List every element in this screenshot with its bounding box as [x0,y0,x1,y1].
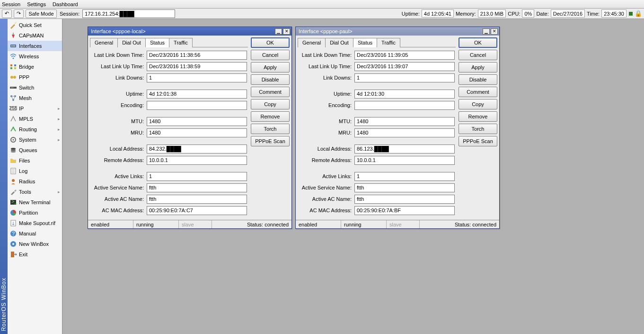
field-row-last-down: Last Link Down Time:Dec/23/2016 11:39:05 [299,50,455,60]
svg-rect-17 [13,87,13,88]
menu-dashboard[interactable]: Dashboard [53,1,78,7]
apply-button[interactable]: Apply [251,62,290,72]
sidebar-item-manual[interactable]: ?Manual [8,228,62,239]
field-value-active-links: 1 [147,172,247,181]
field-row-last-up: Last Link Up Time:Dec/23/2016 11:39:07 [299,62,455,71]
svg-rect-9 [14,64,16,66]
cancel-button[interactable]: Cancel [251,50,290,60]
minimize-button[interactable]: ▁ [483,28,490,35]
sidebar-item-switch[interactable]: Switch [8,82,62,93]
sidebar-item-routing[interactable]: Routing▸ [8,124,62,135]
field-value-last-down: Dec/23/2016 11:39:05 [354,51,455,60]
close-button[interactable]: ✕ [491,28,498,35]
sidebar-item-queues[interactable]: Queues [8,145,62,155]
apply-button[interactable]: Apply [459,62,497,72]
comment-button[interactable]: Comment [459,87,497,97]
log-icon [9,167,17,175]
time-value: 23:45:30 [601,9,626,18]
sidebar-item-exit[interactable]: Exit [8,249,62,260]
sidebar-item-partition[interactable]: Partition [8,208,62,218]
menu-session[interactable]: Session [2,1,20,7]
sidebar-item-label: Make Supout.rif [19,220,55,226]
date-label: Date: [535,11,549,17]
sidebar-item-log[interactable]: Log [8,166,62,176]
copy-button[interactable]: Copy [459,99,497,109]
remove-button[interactable]: Remove [459,111,497,122]
safe-mode-button[interactable]: Safe Mode [26,9,57,18]
sidebar-item-tools[interactable]: Tools▸ [8,187,62,197]
tab-general[interactable]: General [298,38,326,47]
tab-general[interactable]: General [90,38,118,47]
minimize-button[interactable]: ▁ [275,28,282,35]
field-label: Uptime: [299,91,354,97]
torch-button[interactable]: Torch [251,124,290,134]
field-row-encoding: Encoding: [299,100,455,110]
menu-settings[interactable]: Settings [27,1,46,7]
window-titlebar[interactable]: Interface <pppoe-paul>▁✕ [296,27,499,36]
undo-button[interactable]: ↶ [2,9,12,18]
sidebar-item-wireless[interactable]: Wireless [8,51,62,62]
sidebar-item-radius[interactable]: Radius [8,176,62,187]
svg-point-13 [13,76,16,79]
tab-dial-out[interactable]: Dial Out [117,38,146,47]
status-bar: Uptime: 4d 12:05:41 Memory: 213.0 MiB CP… [401,9,642,18]
close-button[interactable]: ✕ [283,28,290,35]
sidebar-item-files[interactable]: Files [8,155,62,166]
sidebar-item-ppp[interactable]: PPP [8,72,62,82]
ok-button[interactable]: OK [251,37,290,48]
sidebar-item-new-terminal[interactable]: >_New Terminal [8,197,62,208]
field-label: Last Link Up Time: [299,63,354,69]
window-title: Interface <pppoe-paul> [299,28,353,34]
comment-button[interactable]: Comment [251,87,290,97]
window-tabs: GeneralDial OutStatusTraffic [90,37,248,47]
field-row-local-addr: Local Address:84.232.████ [91,144,247,153]
sidebar-item-label: IP [19,106,24,111]
sidebar-item-new-winbox[interactable]: New WinBox [8,239,62,249]
sidebar-item-mesh[interactable]: Mesh [8,93,62,103]
undo-icon: ↶ [5,10,9,17]
field-row-active-links: Active Links:1 [299,172,455,181]
sidebar-item-bridge[interactable]: Bridge [8,62,62,72]
cancel-button[interactable]: Cancel [459,50,497,60]
tab-status[interactable]: Status [353,38,377,47]
disable-button[interactable]: Disable [251,74,290,85]
sidebar-item-mpls[interactable]: MPLS▸ [8,114,62,124]
session-field[interactable]: 172.16.21.254:████ [82,9,175,18]
window-titlebar[interactable]: Interface <pppoe-local>▁✕ [88,27,291,36]
sidebar-item-system[interactable]: System▸ [8,135,62,145]
tab-traffic[interactable]: Traffic [377,38,400,47]
remove-button[interactable]: Remove [251,111,290,122]
sidebar-item-interfaces[interactable]: Interfaces [8,41,62,51]
scan-button[interactable]: PPPoE Scan [251,136,290,146]
tab-status[interactable]: Status [145,38,169,47]
field-row-remote-addr: Remote Address:10.0.0.1 [91,155,247,165]
tab-traffic[interactable]: Traffic [169,38,193,47]
field-label: Last Link Down Time: [299,52,354,58]
field-row-ac-mac: AC MAC Address:00:25:90:E0:7A:BF [299,206,455,215]
ok-button[interactable]: OK [459,37,497,48]
svg-point-25 [13,139,14,141]
sidebar-item-quick-set[interactable]: Quick Set [8,20,62,30]
field-value-remote-addr: 10.0.0.1 [354,156,455,165]
sidebar-item-capsman[interactable]: CAPsMAN [8,30,62,41]
field-label: Active Service Name: [299,185,354,190]
disable-button[interactable]: Disable [459,74,497,85]
field-value-encoding [354,101,455,110]
window-tabs: GeneralDial OutStatusTraffic [298,37,456,47]
svg-rect-11 [14,67,16,69]
redo-button[interactable]: ↷ [14,9,24,18]
sidebar-item-make-supout-rif[interactable]: Make Supout.rif [8,218,62,228]
tab-dial-out[interactable]: Dial Out [325,38,353,47]
sidebar-item-label: Radius [19,179,35,184]
submenu-arrow-icon: ▸ [58,127,60,132]
sidebar-item-ip[interactable]: 255IP▸ [8,103,62,114]
scan-button[interactable]: PPPoE Scan [459,136,497,146]
sidebar-item-label: Exit [19,252,27,257]
torch-button[interactable]: Torch [459,124,497,134]
svg-rect-8 [10,64,12,66]
field-label: Active AC Name: [299,196,354,202]
footer-running: running [341,220,387,228]
copy-button[interactable]: Copy [251,99,290,109]
submenu-arrow-icon: ▸ [58,190,60,194]
field-row-ac-mac: AC MAC Address:00:25:90:E0:7A:C7 [91,206,247,215]
